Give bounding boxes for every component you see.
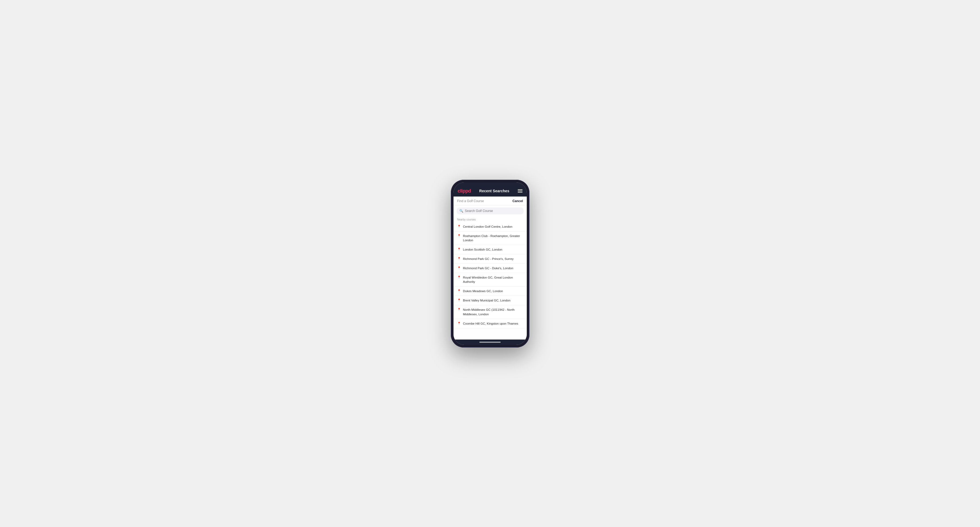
list-item[interactable]: 📍 Brent Valley Municipal GC, London	[453, 296, 527, 305]
pin-icon: 📍	[457, 308, 461, 311]
pin-icon: 📍	[457, 234, 461, 238]
pin-icon: 📍	[457, 266, 461, 270]
search-icon: 🔍	[459, 209, 463, 213]
list-item[interactable]: 📍 Richmond Park GC - Duke's, London	[453, 264, 527, 273]
list-item[interactable]: 📍 Roehampton Club - Roehampton, Greater …	[453, 232, 527, 245]
course-name: Central London Golf Centre, London	[463, 224, 512, 229]
phone-frame: clippd Recent Searches Find a Golf Cours…	[451, 180, 530, 348]
list-item[interactable]: 📍 Dukes Meadows GC, London	[453, 287, 527, 296]
search-box: 🔍	[457, 208, 523, 214]
menu-line-2	[518, 190, 522, 191]
search-input[interactable]	[465, 209, 521, 213]
app-header: clippd Recent Searches	[453, 186, 527, 197]
pin-icon: 📍	[457, 248, 461, 251]
home-indicator	[453, 340, 527, 345]
list-item[interactable]: 📍 London Scottish GC, London	[453, 245, 527, 254]
home-bar	[479, 342, 501, 343]
nearby-label: Nearby courses	[453, 216, 527, 222]
course-name: London Scottish GC, London	[463, 248, 503, 252]
pin-icon: 📍	[457, 322, 461, 325]
list-item[interactable]: 📍 Richmond Park GC - Prince's, Surrey	[453, 254, 527, 264]
status-bar	[453, 183, 527, 186]
header-title: Recent Searches	[479, 189, 509, 193]
course-name: Richmond Park GC - Prince's, Surrey	[463, 257, 514, 261]
list-item[interactable]: 📍 Coombe Hill GC, Kingston upon Thames	[453, 319, 527, 329]
course-name: Dukes Meadows GC, London	[463, 289, 503, 293]
course-name: North Middlesex GC (1011942 - North Midd…	[463, 308, 523, 316]
menu-line-3	[518, 192, 522, 192]
find-label: Find a Golf Course	[457, 199, 484, 203]
menu-button[interactable]	[518, 189, 522, 192]
pin-icon: 📍	[457, 298, 461, 302]
pin-icon: 📍	[457, 276, 461, 279]
course-name: Richmond Park GC - Duke's, London	[463, 266, 514, 270]
pin-icon: 📍	[457, 257, 461, 260]
list-item[interactable]: 📍 Central London Golf Centre, London	[453, 222, 527, 232]
phone-screen: clippd Recent Searches Find a Golf Cours…	[453, 183, 527, 345]
pin-icon: 📍	[457, 225, 461, 228]
list-item[interactable]: 📍 North Middlesex GC (1011942 - North Mi…	[453, 305, 527, 319]
list-item[interactable]: 📍 Royal Wimbledon GC, Great London Autho…	[453, 273, 527, 287]
course-name: Roehampton Club - Roehampton, Greater Lo…	[463, 234, 523, 242]
find-bar: Find a Golf Course Cancel	[453, 197, 527, 205]
menu-line-1	[518, 189, 522, 190]
course-name: Royal Wimbledon GC, Great London Authori…	[463, 275, 523, 284]
search-container: 🔍	[453, 205, 527, 216]
course-name: Brent Valley Municipal GC, London	[463, 298, 511, 303]
pin-icon: 📍	[457, 289, 461, 293]
cancel-button[interactable]: Cancel	[512, 199, 523, 203]
course-name: Coombe Hill GC, Kingston upon Thames	[463, 321, 519, 326]
courses-section: Nearby courses 📍 Central London Golf Cen…	[453, 216, 527, 340]
app-logo: clippd	[458, 188, 471, 194]
